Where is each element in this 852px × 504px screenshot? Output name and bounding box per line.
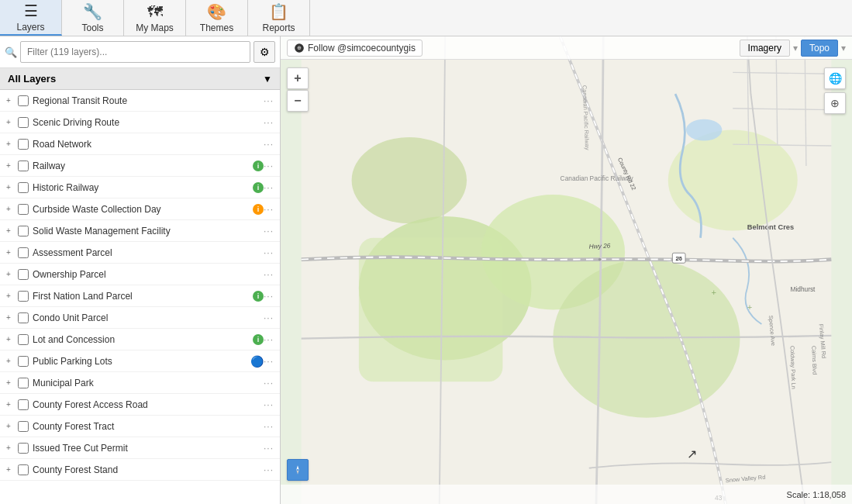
layer-menu-button[interactable]: ··· [264,204,274,215]
layer-checkbox[interactable] [18,247,29,258]
layer-badge-green: i [253,182,264,193]
toolbar-btn-tools[interactable]: 🔧 Tools [62,0,124,36]
reports-label: Reports [262,22,295,33]
svg-text:Canadian Pacific Railway: Canadian Pacific Railway [561,174,634,182]
layers-header-label: All Layers [8,73,56,85]
layer-menu-button[interactable]: ··· [264,226,274,236]
layer-checkbox[interactable] [18,139,29,150]
layer-badge-green: i [253,334,264,345]
filter-settings-button[interactable]: ⚙ [254,41,275,63]
layer-checkbox[interactable] [18,161,29,171]
layer-checkbox[interactable] [18,291,29,302]
map-area[interactable]: Hwy 26 County Rd 22 26 Canadian Pacific … [281,36,852,504]
follow-button[interactable]: ⊕ Follow @simcoecountygis [287,40,423,57]
layer-menu-button[interactable]: ··· [264,356,274,367]
imagery-mode-button[interactable]: Imagery [740,40,790,57]
svg-text:+: + [711,288,716,297]
layer-checkbox[interactable] [18,269,29,280]
layer-checkbox[interactable] [18,399,29,410]
layer-menu-button[interactable]: ··· [264,291,274,302]
layer-expand-btn[interactable]: + [3,421,14,432]
zoom-out-button[interactable]: − [287,90,309,112]
locate-button[interactable]: ⊕ [824,92,846,114]
layer-name: Condo Unit Parcel [33,312,264,323]
layer-checkbox[interactable] [18,226,29,236]
layer-expand-btn[interactable]: + [3,226,14,236]
layer-menu-button[interactable]: ··· [264,161,274,171]
filter-input[interactable] [20,41,250,63]
layer-checkbox[interactable] [18,312,29,323]
layer-info-button[interactable]: 🔵 [250,355,264,368]
topo-mode-button[interactable]: Topo [801,40,838,57]
layer-expand-btn[interactable]: + [3,161,14,171]
layer-item: + County Forest Tract ··· [0,416,280,437]
layer-expand-btn[interactable]: + [3,291,14,302]
mode-separator: ▾ [793,43,798,54]
layer-checkbox[interactable] [18,356,29,367]
layer-expand-btn[interactable]: + [3,378,14,388]
toolbar-btn-themes[interactable]: 🎨 Themes [186,0,248,36]
layer-name: Assessment Parcel [33,247,264,258]
layer-menu-button[interactable]: ··· [264,182,274,193]
layer-menu-button[interactable]: ··· [264,247,274,258]
layer-item: + Historic Railway i ··· [0,177,280,198]
layers-header: All Layers ▼ [0,68,280,90]
layer-expand-btn[interactable]: + [3,117,14,128]
layer-item: + Municipal Park ··· [0,372,280,394]
layer-checkbox[interactable] [18,334,29,345]
layer-checkbox[interactable] [18,464,29,475]
layer-item: + Assessment Parcel ··· [0,242,280,264]
layer-item: + Road Network ··· [0,133,280,155]
layer-expand-btn[interactable]: + [3,356,14,367]
layer-menu-button[interactable]: ··· [264,443,274,454]
layer-item: + Public Parking Lots 🔵 ··· [0,350,280,372]
layer-menu-button[interactable]: ··· [264,399,274,410]
layer-menu-button[interactable]: ··· [264,312,274,323]
svg-point-18 [678,257,681,260]
globe-button[interactable]: 🌐 [824,67,846,89]
layer-checkbox[interactable] [18,421,29,432]
layer-expand-btn[interactable]: + [3,95,14,106]
layers-header-chevron[interactable]: ▼ [263,74,272,85]
layer-checkbox[interactable] [18,117,29,128]
layer-name: Regional Transit Route [33,95,264,106]
layer-item: + Ownership Parcel ··· [0,264,280,285]
layer-menu-button[interactable]: ··· [264,421,274,432]
layer-menu-button[interactable]: ··· [264,95,274,106]
layer-expand-btn[interactable]: + [3,269,14,280]
toolbar-btn-my-maps[interactable]: 🗺 My Maps [124,0,186,36]
layer-expand-btn[interactable]: + [3,312,14,323]
layer-expand-btn[interactable]: + [3,204,14,215]
layer-name: Solid Waste Management Facility [33,226,264,236]
layer-item: + Issued Tree Cut Permit ··· [0,437,280,459]
layer-expand-btn[interactable]: + [3,443,14,454]
svg-text:Caims Blvd: Caims Blvd [810,346,818,375]
layer-menu-button[interactable]: ··· [264,117,274,128]
layer-menu-button[interactable]: ··· [264,139,274,150]
cursor-indicator: ↗ [687,447,697,461]
layer-checkbox[interactable] [18,182,29,193]
layer-expand-btn[interactable]: + [3,334,14,345]
left-panel: 🔍 ⚙ All Layers ▼ + Regional Transit Rout… [0,36,281,504]
layer-expand-btn[interactable]: + [3,182,14,193]
toolbar-btn-reports[interactable]: 📋 Reports [248,0,310,36]
toolbar-btn-layers[interactable]: ☰ Layers [0,0,62,36]
layer-menu-button[interactable]: ··· [264,269,274,280]
layer-menu-button[interactable]: ··· [264,464,274,475]
layer-checkbox[interactable] [18,378,29,388]
layer-checkbox[interactable] [18,95,29,106]
layer-checkbox[interactable] [18,443,29,454]
svg-marker-29 [296,465,299,470]
zoom-in-button[interactable]: + [287,67,309,89]
toolbar: ☰ Layers 🔧 Tools 🗺 My Maps 🎨 Themes 📋 Re… [0,0,852,36]
layer-expand-btn[interactable]: + [3,247,14,258]
layer-checkbox[interactable] [18,204,29,215]
layer-menu-button[interactable]: ··· [264,378,274,388]
layer-menu-button[interactable]: ··· [264,334,274,345]
svg-text:+: + [747,302,753,312]
layer-expand-btn[interactable]: + [3,399,14,410]
layer-expand-btn[interactable]: + [3,464,14,475]
layer-name: County Forest Stand [33,464,264,475]
layer-expand-btn[interactable]: + [3,139,14,150]
navigation-button[interactable] [287,459,309,481]
